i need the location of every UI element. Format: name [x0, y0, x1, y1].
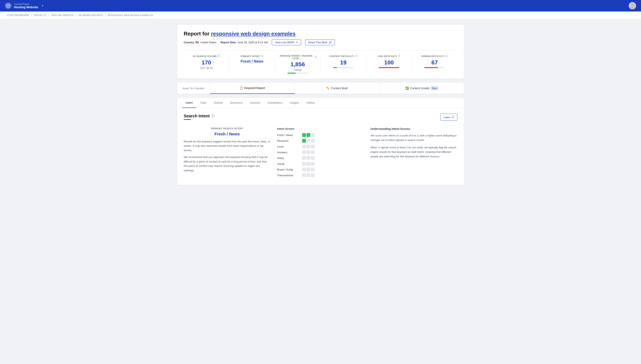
content-difficulty-progress [333, 67, 354, 68]
content-panel: Intent Topic Outline Questions Sources C… [177, 98, 464, 185]
intent-score-name: Brand / Entity [277, 168, 300, 171]
section-title: Search Intent ⓘ [184, 114, 215, 118]
link-difficulty-value: 100 [370, 59, 408, 66]
primary-intent-col: PRIMARY SEARCH INTENT Fresh / News Resul… [184, 127, 271, 179]
primary-intent-value: Fresh / News [233, 59, 271, 64]
stats-row: US SEARCH VOLUME ⓘ 170 CPC: $3.59 PRIMAR… [184, 50, 457, 74]
avg-words-info-icon[interactable]: ⓘ [315, 56, 317, 59]
section-header-row: Search Intent ⓘ Learn ⓘ [184, 114, 457, 125]
tab-keyword-report[interactable]: 📋 Keyword Report [210, 83, 295, 94]
score-box [302, 145, 306, 148]
view-live-serp-button[interactable]: View Live SERP ↗ [272, 40, 301, 45]
intent-score-row: Local [277, 145, 364, 148]
intent-scores-title: Intent Scores: [277, 127, 364, 130]
score-box [311, 150, 315, 154]
report-title: Report for responsive web design example… [184, 30, 457, 37]
intent-score-row: Transactional [277, 174, 364, 177]
tab-content-brief[interactable]: ✏️ Content Brief [295, 83, 379, 94]
tab-content-grader[interactable]: ✅ Content Grader Beta [379, 83, 464, 94]
search-volume-cpc: CPC: $3.59 [187, 67, 226, 70]
score-boxes [302, 156, 315, 160]
breadcrumb-projects[interactable]: PROJECTS [34, 14, 47, 16]
breadcrumb-dashboard[interactable]: YOUR DASHBOARD [7, 14, 29, 16]
section-title-block: Search Intent ⓘ [184, 114, 215, 125]
link-diff-info-icon[interactable]: ⓘ [398, 54, 400, 58]
score-boxes [302, 162, 315, 166]
main-content: Report for responsive web design example… [170, 19, 471, 190]
external-link-icon: ↗ [296, 41, 298, 44]
avatar[interactable] [629, 2, 636, 10]
score-box [307, 145, 310, 148]
score-box: ✓ [307, 133, 310, 137]
sub-tab-sources[interactable]: Sources [246, 98, 264, 108]
link-icon: 🔗 [329, 41, 332, 44]
current-project-label: Current Project [14, 3, 38, 5]
sub-tab-competitors[interactable]: Competitors [264, 98, 286, 108]
svg-point-1 [8, 5, 9, 6]
score-box [307, 168, 310, 171]
stat-avg-words: AVERAGE WORDS / READING LEVEL ⓘ 1,856 Co… [275, 54, 320, 74]
sub-tab-questions[interactable]: Questions [227, 98, 246, 108]
content-diff-info-icon[interactable]: ⓘ [355, 54, 357, 58]
intent-score-row: Visual [277, 162, 364, 166]
score-box [311, 139, 315, 142]
breadcrumb-hosting[interactable]: HOSTING WEBSITE [51, 14, 74, 16]
avg-words-progress [287, 73, 308, 74]
score-box [302, 168, 306, 171]
score-boxes [302, 145, 315, 148]
section-info-icon[interactable]: ⓘ [211, 114, 215, 118]
domain-diff-info-icon[interactable]: ⓘ [446, 54, 448, 58]
section-tabs: Jump To A Section: 📋 Keyword Report ✏️ C… [177, 83, 464, 94]
sub-tabs: Intent Topic Outline Questions Sources C… [177, 98, 464, 108]
search-volume-info-icon[interactable]: ⓘ [218, 54, 220, 58]
score-box [307, 156, 310, 160]
stat-link-difficulty: LINK DIFFICULTY ⓘ 100 [366, 54, 412, 74]
domain-difficulty-value: 67 [415, 59, 454, 66]
score-boxes [302, 174, 315, 177]
sub-tab-videos[interactable]: Videos [303, 98, 318, 108]
intent-score-row: Video [277, 156, 364, 160]
intent-score-name: Research [277, 139, 300, 142]
breadcrumb-current: RESPONSIVE WEB DESIGN EXAMPLES [108, 14, 153, 16]
score-boxes [302, 168, 315, 171]
intent-score-name: Video [277, 156, 300, 160]
sub-tab-outline[interactable]: Outline [210, 98, 227, 108]
report-card: Report for responsive web design example… [177, 25, 464, 78]
intent-score-name: Transactional [277, 174, 300, 177]
understanding-text: We score user intent on a scale of 0 to … [370, 133, 457, 159]
top-nav: Current Project Hosting Website ▾ [0, 0, 641, 12]
score-boxes: ✓ [302, 139, 315, 142]
beta-badge: Beta [431, 87, 438, 90]
content-grader-icon: ✅ [405, 86, 409, 90]
report-keyword-link[interactable]: responsive web design examples [211, 30, 296, 37]
intent-score-row: Brand / Entity [277, 168, 364, 171]
intent-score-row: Fresh / News✓✓ [277, 133, 364, 137]
project-name: Hosting Website [14, 5, 38, 9]
stat-search-volume: US SEARCH VOLUME ⓘ 170 CPC: $3.59 [184, 54, 229, 74]
stat-content-difficulty: CONTENT DIFFICULTY ⓘ 19 [321, 54, 366, 74]
breadcrumb: YOUR DASHBOARD / PROJECTS / HOSTING WEBS… [0, 12, 641, 19]
primary-intent-info-icon[interactable]: ⓘ [261, 54, 263, 58]
sub-tab-images[interactable]: Images [286, 98, 303, 108]
stat-domain-difficulty: DOMAIN DIFFICULTY ⓘ 67 [412, 54, 457, 74]
score-boxes: ✓✓ [302, 133, 315, 137]
score-box [302, 174, 306, 177]
sub-tab-intent[interactable]: Intent [182, 98, 196, 108]
score-box [311, 168, 315, 171]
sub-tab-topic[interactable]: Topic [196, 98, 210, 108]
panel-body: Search Intent ⓘ Learn ⓘ PRIMARY SEARCH I… [177, 108, 464, 185]
understanding-col: Understanding Intent Scores: We score us… [370, 127, 457, 179]
score-box: ✓ [302, 139, 306, 142]
score-box [307, 174, 310, 177]
project-dropdown-chevron[interactable]: ▾ [42, 4, 43, 7]
intent-description: Results for this keyword suggest results… [184, 139, 271, 172]
keyword-report-icon: 📋 [240, 86, 243, 90]
content-difficulty-value: 19 [324, 59, 363, 66]
score-box [307, 150, 310, 154]
score-box [311, 145, 315, 148]
jump-label: Jump To A Section: [177, 83, 210, 94]
breadcrumb-keyword-reports[interactable]: KEYWORD REPORTS [79, 14, 103, 16]
link-difficulty-progress [379, 67, 399, 68]
share-brief-button[interactable]: Share This Brief 🔗 [305, 40, 335, 45]
learn-button[interactable]: Learn ⓘ [441, 114, 457, 121]
